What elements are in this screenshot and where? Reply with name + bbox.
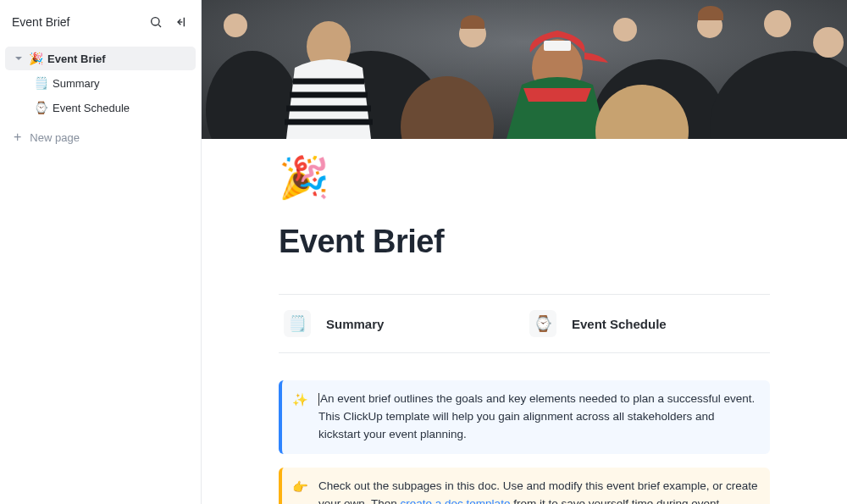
- main: 🎉 Event Brief 🗒️ Summary ⌚ Event Schedul…: [202, 0, 847, 504]
- new-page-button[interactable]: + New page: [0, 125, 201, 150]
- svg-point-20: [813, 27, 844, 58]
- page-tree: 🎉 Event Brief 🗒️ Summary ⌚ Event Schedul…: [0, 44, 201, 504]
- nav-item-label: Event Schedule: [53, 102, 130, 114]
- sidebar: Event Brief 🎉 Event Brief 🗒️ Summ: [0, 0, 202, 504]
- cover-image[interactable]: [202, 0, 847, 139]
- card-label: Event Schedule: [572, 317, 667, 331]
- page-title[interactable]: Event Brief: [279, 224, 770, 260]
- svg-line-1: [158, 25, 161, 27]
- svg-point-17: [613, 18, 637, 42]
- search-icon[interactable]: [148, 14, 163, 30]
- callout-text: Check out the subpages in this doc. Use …: [318, 478, 758, 504]
- nav-item-summary[interactable]: 🗒️ Summary: [5, 71, 196, 95]
- callout-tip[interactable]: 👉 Check out the subpages in this doc. Us…: [279, 468, 770, 504]
- callout-info[interactable]: ✨ An event brief outlines the goals and …: [279, 380, 770, 454]
- callout-text: An event brief outlines the goals and ke…: [318, 390, 758, 444]
- page-content: 🎉 Event Brief 🗒️ Summary ⌚ Event Schedul…: [245, 139, 804, 504]
- sidebar-header: Event Brief: [0, 0, 201, 44]
- svg-rect-15: [544, 41, 571, 51]
- svg-point-0: [152, 18, 159, 25]
- sparkles-icon: ✨: [292, 390, 308, 444]
- plus-icon: +: [14, 130, 21, 144]
- nav-item-label: Summary: [53, 77, 100, 90]
- sidebar-header-actions: [148, 14, 189, 30]
- notepad-icon: 🗒️: [284, 310, 311, 337]
- card-event-schedule[interactable]: ⌚ Event Schedule: [524, 295, 770, 352]
- nav-item-event-brief[interactable]: 🎉 Event Brief: [5, 47, 196, 70]
- nav-item-label: Event Brief: [47, 53, 106, 65]
- party-popper-icon: 🎉: [29, 53, 42, 64]
- subpage-cards: 🗒️ Summary ⌚ Event Schedule: [279, 294, 770, 353]
- nav-item-event-schedule[interactable]: ⌚ Event Schedule: [5, 96, 196, 119]
- create-doc-template-link[interactable]: create a doc template: [401, 497, 511, 504]
- svg-point-21: [224, 14, 247, 37]
- pointing-right-icon: 👉: [292, 478, 308, 504]
- watch-icon: ⌚: [529, 310, 556, 337]
- new-page-label: New page: [30, 131, 80, 144]
- collapse-sidebar-icon[interactable]: [174, 14, 189, 30]
- svg-point-19: [764, 10, 791, 37]
- sidebar-title: Event Brief: [12, 15, 69, 29]
- chevron-down-icon[interactable]: [14, 53, 24, 64]
- page-icon[interactable]: 🎉: [279, 158, 770, 198]
- card-summary[interactable]: 🗒️ Summary: [279, 295, 524, 352]
- watch-icon: ⌚: [34, 102, 47, 114]
- notepad-icon: 🗒️: [34, 77, 47, 89]
- card-label: Summary: [326, 317, 384, 331]
- text-cursor: [318, 393, 319, 406]
